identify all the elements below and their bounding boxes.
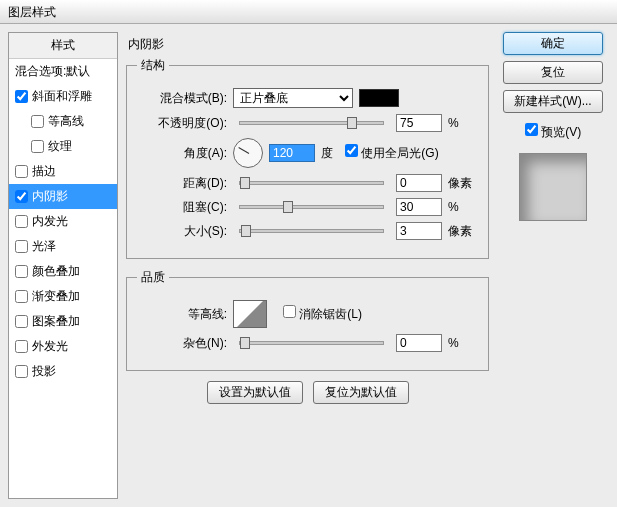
style-checkbox[interactable] (15, 190, 28, 203)
choke-unit: % (448, 200, 478, 214)
style-item-7[interactable]: 光泽 (9, 234, 117, 259)
contour-label: 等高线: (137, 306, 227, 323)
style-item-label: 颜色叠加 (32, 263, 80, 280)
style-item-label: 描边 (32, 163, 56, 180)
preview-label: 预览(V) (541, 125, 581, 139)
style-item-label: 外发光 (32, 338, 68, 355)
choke-slider[interactable] (239, 205, 384, 209)
styles-panel: 样式 混合选项:默认斜面和浮雕等高线纹理描边内阴影内发光光泽颜色叠加渐变叠加图案… (8, 32, 118, 499)
preview-checkbox[interactable] (525, 123, 538, 136)
distance-input[interactable] (396, 174, 442, 192)
main-panel: 内阴影 结构 混合模式(B): 正片叠底 不透明度(O): % 角度(A): (126, 32, 489, 499)
style-item-label: 纹理 (48, 138, 72, 155)
style-item-3[interactable]: 纹理 (9, 134, 117, 159)
style-checkbox[interactable] (15, 215, 28, 228)
noise-unit: % (448, 336, 478, 350)
style-item-label: 渐变叠加 (32, 288, 80, 305)
style-item-label: 混合选项:默认 (15, 63, 90, 80)
size-unit: 像素 (448, 223, 478, 240)
style-item-5[interactable]: 内阴影 (9, 184, 117, 209)
style-checkbox[interactable] (15, 365, 28, 378)
style-item-label: 等高线 (48, 113, 84, 130)
contour-picker[interactable] (233, 300, 267, 328)
style-item-4[interactable]: 描边 (9, 159, 117, 184)
global-light-wrap[interactable]: 使用全局光(G) (345, 144, 439, 162)
set-default-button[interactable]: 设置为默认值 (207, 381, 303, 404)
angle-dial[interactable] (233, 138, 263, 168)
blend-mode-select[interactable]: 正片叠底 (233, 88, 353, 108)
quality-legend: 品质 (137, 269, 169, 286)
style-item-9[interactable]: 渐变叠加 (9, 284, 117, 309)
angle-label: 角度(A): (137, 145, 227, 162)
style-item-2[interactable]: 等高线 (9, 109, 117, 134)
style-item-6[interactable]: 内发光 (9, 209, 117, 234)
style-item-label: 斜面和浮雕 (32, 88, 92, 105)
shadow-color-swatch[interactable] (359, 89, 399, 107)
style-item-label: 内阴影 (32, 188, 68, 205)
dialog-body: 样式 混合选项:默认斜面和浮雕等高线纹理描边内阴影内发光光泽颜色叠加渐变叠加图案… (0, 24, 617, 507)
window-title: 图层样式 (8, 5, 56, 19)
distance-label: 距离(D): (137, 175, 227, 192)
style-item-10[interactable]: 图案叠加 (9, 309, 117, 334)
noise-slider[interactable] (239, 341, 384, 345)
antialias-wrap[interactable]: 消除锯齿(L) (283, 305, 362, 323)
title-bar: 图层样式 (0, 0, 617, 24)
new-style-button[interactable]: 新建样式(W)... (503, 90, 603, 113)
style-item-1[interactable]: 斜面和浮雕 (9, 84, 117, 109)
style-item-label: 投影 (32, 363, 56, 380)
preview-wrap[interactable]: 预览(V) (525, 123, 581, 141)
antialias-label: 消除锯齿(L) (299, 307, 362, 321)
size-label: 大小(S): (137, 223, 227, 240)
style-checkbox[interactable] (31, 115, 44, 128)
styles-header: 样式 (9, 33, 117, 59)
opacity-slider[interactable] (239, 121, 384, 125)
opacity-input[interactable] (396, 114, 442, 132)
antialias-checkbox[interactable] (283, 305, 296, 318)
angle-input[interactable] (269, 144, 315, 162)
styles-list: 混合选项:默认斜面和浮雕等高线纹理描边内阴影内发光光泽颜色叠加渐变叠加图案叠加外… (9, 59, 117, 384)
style-checkbox[interactable] (15, 290, 28, 303)
size-slider[interactable] (239, 229, 384, 233)
noise-input[interactable] (396, 334, 442, 352)
style-checkbox[interactable] (15, 265, 28, 278)
global-light-label: 使用全局光(G) (361, 146, 438, 160)
angle-unit: 度 (321, 145, 333, 162)
right-panel: 确定 复位 新建样式(W)... 预览(V) (497, 32, 609, 499)
style-item-label: 光泽 (32, 238, 56, 255)
style-checkbox[interactable] (15, 240, 28, 253)
style-checkbox[interactable] (15, 165, 28, 178)
style-item-12[interactable]: 投影 (9, 359, 117, 384)
style-item-label: 图案叠加 (32, 313, 80, 330)
reset-default-button[interactable]: 复位为默认值 (313, 381, 409, 404)
preview-thumbnail (519, 153, 587, 221)
blend-mode-label: 混合模式(B): (137, 90, 227, 107)
quality-fieldset: 品质 等高线: 消除锯齿(L) 杂色(N): % (126, 269, 489, 371)
choke-input[interactable] (396, 198, 442, 216)
choke-label: 阻塞(C): (137, 199, 227, 216)
opacity-unit: % (448, 116, 478, 130)
style-item-0[interactable]: 混合选项:默认 (9, 59, 117, 84)
cancel-button[interactable]: 复位 (503, 61, 603, 84)
style-checkbox[interactable] (31, 140, 44, 153)
style-checkbox[interactable] (15, 340, 28, 353)
noise-label: 杂色(N): (137, 335, 227, 352)
style-item-8[interactable]: 颜色叠加 (9, 259, 117, 284)
structure-fieldset: 结构 混合模式(B): 正片叠底 不透明度(O): % 角度(A): 度 (126, 57, 489, 259)
size-input[interactable] (396, 222, 442, 240)
distance-slider[interactable] (239, 181, 384, 185)
global-light-checkbox[interactable] (345, 144, 358, 157)
style-checkbox[interactable] (15, 90, 28, 103)
ok-button[interactable]: 确定 (503, 32, 603, 55)
style-item-11[interactable]: 外发光 (9, 334, 117, 359)
style-item-label: 内发光 (32, 213, 68, 230)
opacity-label: 不透明度(O): (137, 115, 227, 132)
panel-title: 内阴影 (128, 36, 489, 53)
distance-unit: 像素 (448, 175, 478, 192)
style-checkbox[interactable] (15, 315, 28, 328)
structure-legend: 结构 (137, 57, 169, 74)
